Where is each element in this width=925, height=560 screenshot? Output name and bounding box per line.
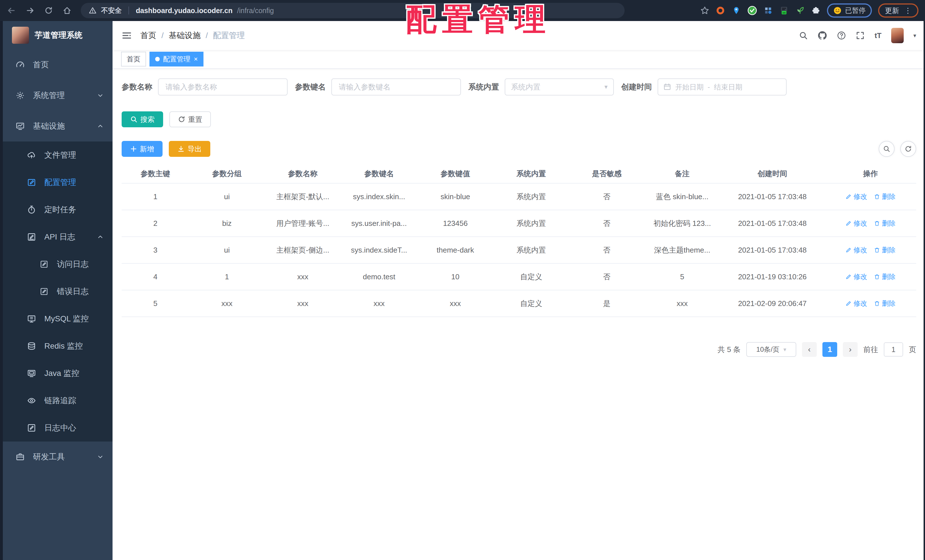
font-size-icon[interactable]: tT [874, 31, 881, 40]
sidebar-item-dev-tools[interactable]: 研发工具 [3, 441, 113, 472]
col-header: 参数分组 [189, 169, 265, 179]
extension-orange-ring-icon[interactable] [716, 6, 725, 15]
edit-link[interactable]: 修改 [845, 192, 867, 201]
extension-pin-icon[interactable] [731, 6, 741, 15]
bookmark-star-icon[interactable] [700, 6, 709, 15]
home-icon[interactable] [63, 6, 72, 15]
filter-key-label: 参数键名 [295, 82, 326, 92]
url-divider [128, 6, 129, 15]
reset-button[interactable]: 重置 [169, 111, 211, 127]
cell-created-at: 2021-01-05 17:03:48 [720, 192, 825, 201]
dashboard-icon [15, 60, 25, 69]
back-icon[interactable] [7, 6, 16, 15]
search-button[interactable]: 搜索 [122, 111, 163, 127]
sidebar-item-infra[interactable]: 基础设施 [3, 111, 113, 142]
delete-link[interactable]: 删除 [874, 245, 895, 254]
search-actions-row: 搜索 重置 [122, 111, 916, 127]
github-icon[interactable] [818, 31, 827, 40]
export-button[interactable]: 导出 [169, 141, 210, 157]
sidebar-item-mysql-monitor[interactable]: MySQL 监控 [3, 305, 113, 333]
profile-paused-badge[interactable]: 已暂停 [827, 3, 872, 18]
col-header: 操作 [825, 169, 916, 179]
page-size-select[interactable]: 10条/页 ▾ [746, 342, 796, 357]
tab-home[interactable]: 首页 [121, 52, 146, 66]
breadcrumb-separator: / [161, 31, 164, 40]
prev-page-button[interactable]: ‹ [802, 342, 817, 357]
sidebar-item-java-monitor[interactable]: Java 监控 [3, 360, 113, 387]
avatar[interactable] [891, 28, 904, 43]
config-table: 参数主键 参数分组 参数名称 参数键名 参数键值 系统内置 是否敏感 备注 创建… [122, 164, 916, 317]
param-name-input[interactable] [158, 78, 288, 95]
hamburger-icon[interactable] [122, 30, 132, 41]
filter-date-label: 创建时间 [621, 82, 652, 92]
extension-sprout-icon[interactable] [795, 6, 805, 15]
edit-label: 修改 [853, 219, 867, 228]
browser-update-button[interactable]: 更新 ⋮ [878, 3, 919, 18]
create-date-range-picker[interactable]: 开始日期 - 结束日期 [658, 78, 786, 95]
add-button[interactable]: 新增 [122, 141, 163, 157]
breadcrumb-infra[interactable]: 基础设施 [169, 30, 200, 41]
sidebar: 芋道管理系统 首页 系统管理 基础设施 文件管理 [0, 21, 113, 560]
sidebar-item-system[interactable]: 系统管理 [3, 80, 113, 111]
url-path: /infra/config [237, 6, 274, 15]
doc-edit-icon [27, 423, 36, 433]
briefcase-icon [15, 452, 25, 462]
sidebar-item-scheduled-jobs[interactable]: 定时任务 [3, 196, 113, 223]
sidebar-item-config-manage[interactable]: 配置管理 [3, 169, 113, 196]
database-icon [27, 341, 36, 351]
extensions-puzzle-icon[interactable] [811, 6, 821, 15]
sidebar-item-label: 首页 [33, 59, 49, 70]
sidebar-item-access-log[interactable]: 访问日志 [3, 251, 113, 278]
security-label: 不安全 [101, 6, 122, 15]
help-icon[interactable] [837, 31, 846, 40]
sidebar-item-log-center[interactable]: 日志中心 [3, 414, 113, 441]
edit-link[interactable]: 修改 [845, 219, 867, 228]
sidebar-item-trace[interactable]: 链路追踪 [3, 387, 113, 414]
tab-config-manage[interactable]: 配置管理 × [149, 52, 203, 66]
cell-value: 123456 [417, 219, 493, 228]
page-1-button[interactable]: 1 [823, 342, 837, 357]
tab-close-icon[interactable]: × [194, 56, 198, 63]
edit-link[interactable]: 修改 [845, 245, 867, 254]
table-tools [879, 141, 916, 157]
extension-blue-grid-icon[interactable] [763, 6, 773, 15]
delete-link[interactable]: 删除 [874, 192, 895, 201]
cell-created-at: 2021-02-09 20:06:47 [720, 299, 825, 308]
goto-page-input[interactable] [884, 342, 903, 357]
param-key-input[interactable] [331, 78, 461, 95]
doc-edit-icon [27, 232, 36, 242]
reload-icon[interactable] [44, 6, 53, 15]
cell-key: xxx [341, 299, 417, 308]
sidebar-item-label: 配置管理 [44, 177, 76, 188]
extension-on-badge-icon[interactable]: on [779, 6, 789, 15]
avatar-caret-down-icon[interactable]: ▾ [913, 32, 916, 39]
cell-id: 2 [122, 219, 189, 228]
table-row: 2 biz 用户管理-账号... sys.user.init-pa... 123… [122, 210, 916, 237]
system-type-select[interactable]: 系统内置 ▾ [505, 78, 614, 95]
table-row: 4 1 xxx demo.test 10 自定义 否 5 2021-01-19 … [122, 263, 916, 291]
next-page-button[interactable]: › [843, 342, 858, 357]
delete-link[interactable]: 删除 [874, 272, 895, 281]
delete-link[interactable]: 删除 [874, 299, 895, 308]
browser-menu-icon[interactable]: ⋮ [904, 6, 911, 15]
sidebar-item-file-manage[interactable]: 文件管理 [3, 142, 113, 169]
sidebar-item-api-log[interactable]: API 日志 [3, 223, 113, 251]
sidebar-item-error-log[interactable]: 错误日志 [3, 278, 113, 305]
fullscreen-icon[interactable] [856, 31, 865, 40]
sidebar-item-home[interactable]: 首页 [3, 50, 113, 80]
edit-link[interactable]: 修改 [845, 299, 867, 308]
refresh-table-button[interactable] [900, 141, 916, 157]
forward-icon[interactable] [26, 6, 35, 15]
page-unit-label: 页 [909, 345, 916, 355]
extension-green-check-icon[interactable] [747, 6, 757, 15]
sidebar-item-label: 研发工具 [33, 452, 65, 462]
search-icon[interactable] [799, 31, 808, 40]
breadcrumb-home[interactable]: 首页 [140, 30, 156, 41]
edit-link[interactable]: 修改 [845, 272, 867, 281]
sidebar-item-redis-monitor[interactable]: Redis 监控 [3, 333, 113, 360]
toggle-search-button[interactable] [879, 141, 895, 157]
sidebar-logo[interactable]: 芋道管理系统 [3, 21, 113, 50]
delete-link[interactable]: 删除 [874, 219, 895, 228]
cell-type: 系统内置 [493, 192, 569, 202]
tags-view-bar: 首页 配置管理 × [113, 50, 925, 69]
